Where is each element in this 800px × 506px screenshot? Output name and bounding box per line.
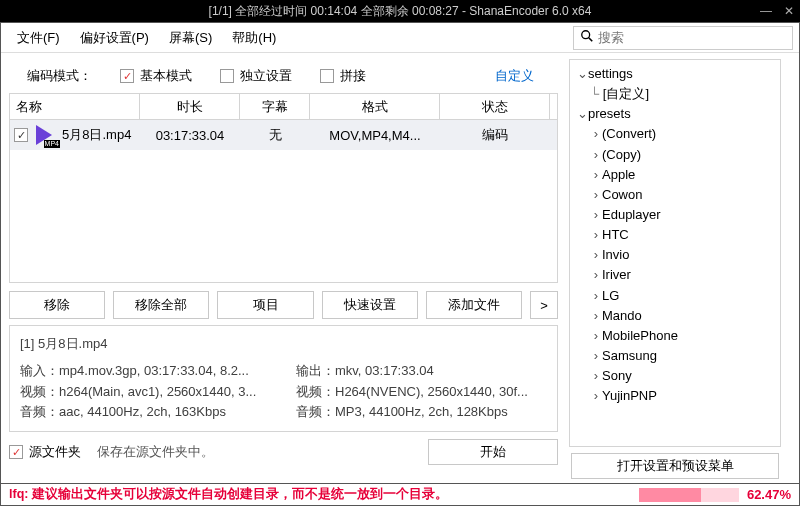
th-status[interactable]: 状态 (440, 94, 550, 119)
out-vid: H264(NVENC), 2560x1440, 30f... (335, 384, 528, 399)
caret-right-icon: › (590, 326, 602, 346)
mode-concat-check[interactable]: 拼接 (320, 67, 366, 85)
checkbox-icon (220, 69, 234, 83)
statusbar: lfq: 建议输出文件夹可以按源文件自动创建目录，而不是统一放到一个目录。 62… (0, 484, 800, 506)
caret-right-icon: › (590, 185, 602, 205)
row-name: 5月8日.mp4 (62, 126, 131, 144)
preset-item[interactable]: ›(Convert) (576, 124, 774, 144)
tree-settings[interactable]: ⌄settings (576, 64, 774, 84)
tree-presets[interactable]: ⌄presets (576, 104, 774, 124)
titlebar: [1/1] 全部经过时间 00:14:04 全部剩余 00:08:27 - Sh… (0, 0, 800, 22)
start-button[interactable]: 开始 (428, 439, 558, 465)
check-icon: ✓ (9, 445, 23, 459)
close-icon[interactable]: ✕ (784, 4, 794, 18)
out-fmt: mkv, 03:17:33.04 (335, 363, 434, 378)
mode-basic-check[interactable]: ✓ 基本模式 (120, 67, 192, 85)
preset-item[interactable]: ›YujinPNP (576, 386, 774, 406)
arrow-button[interactable]: > (530, 291, 558, 319)
preset-item[interactable]: ›Iriver (576, 265, 774, 285)
quickset-button[interactable]: 快速设置 (322, 291, 418, 319)
menu-screen[interactable]: 屏幕(S) (159, 25, 222, 51)
mode-indep-label: 独立设置 (240, 67, 292, 85)
progress-percent: 62.47% (747, 487, 791, 502)
preset-item[interactable]: ›LG (576, 286, 774, 306)
check-icon: ✓ (120, 69, 134, 83)
addfile-button[interactable]: 添加文件 (426, 291, 522, 319)
preset-item[interactable]: ›Apple (576, 165, 774, 185)
preset-item[interactable]: ›Eduplayer (576, 205, 774, 225)
out-label: 输出： (296, 363, 335, 378)
table-row[interactable]: ✓ MP4 5月8日.mp4 03:17:33.04 无 MOV,MP4,M4.… (10, 120, 557, 150)
caret-down-icon: ⌄ (576, 104, 588, 124)
caret-right-icon: › (590, 205, 602, 225)
project-button[interactable]: 项目 (217, 291, 313, 319)
out-aud-l: 音频： (296, 404, 335, 419)
menu-pref[interactable]: 偏好设置(P) (70, 25, 159, 51)
remove-all-button[interactable]: 移除全部 (113, 291, 209, 319)
search-icon (580, 29, 594, 46)
preset-item[interactable]: ›Sony (576, 366, 774, 386)
info-panel: [1] 5月8日.mp4 输入：mp4.mov.3gp, 03:17:33.04… (9, 325, 558, 432)
svg-point-0 (582, 31, 590, 39)
remove-button[interactable]: 移除 (9, 291, 105, 319)
src-folder-label: 源文件夹 (29, 443, 81, 461)
search-input[interactable] (598, 30, 768, 45)
row-format: MOV,MP4,M4... (310, 120, 440, 150)
save-path-text: 保存在源文件夹中。 (97, 443, 214, 461)
row-subtitle: 无 (240, 120, 310, 150)
preset-item[interactable]: ›(Copy) (576, 145, 774, 165)
svg-line-1 (589, 38, 593, 42)
minimize-icon[interactable]: — (760, 4, 772, 18)
caret-right-icon: › (590, 165, 602, 185)
th-duration[interactable]: 时长 (140, 94, 240, 119)
caret-right-icon: › (590, 386, 602, 406)
mode-concat-label: 拼接 (340, 67, 366, 85)
src-folder-check[interactable]: ✓ 源文件夹 (9, 443, 81, 461)
customize-link[interactable]: 自定义 (495, 67, 558, 85)
menubar: 文件(F) 偏好设置(P) 屏幕(S) 帮助(H) (1, 23, 799, 53)
caret-right-icon: › (590, 225, 602, 245)
mode-label: 编码模式： (27, 67, 92, 85)
preset-tree[interactable]: ⌄settings └ [自定义] ⌄presets ›(Convert)›(C… (569, 59, 781, 447)
preset-item[interactable]: ›Invio (576, 245, 774, 265)
caret-right-icon: › (590, 145, 602, 165)
in-vid: h264(Main, avc1), 2560x1440, 3... (59, 384, 256, 399)
mode-independent-check[interactable]: 独立设置 (220, 67, 292, 85)
mode-basic-label: 基本模式 (140, 67, 192, 85)
caret-right-icon: › (590, 265, 602, 285)
caret-down-icon: ⌄ (576, 64, 588, 84)
open-presets-button[interactable]: 打开设置和预设菜单 (571, 453, 779, 479)
in-label: 输入： (20, 363, 59, 378)
caret-right-icon: › (590, 124, 602, 144)
in-aud-l: 音频： (20, 404, 59, 419)
info-title: [1] 5月8日.mp4 (20, 334, 547, 355)
in-fmt: mp4.mov.3gp, 03:17:33.04, 8.2... (59, 363, 249, 378)
th-format[interactable]: 格式 (310, 94, 440, 119)
progress-bar (639, 488, 739, 502)
caret-right-icon: › (590, 245, 602, 265)
in-vid-l: 视频： (20, 384, 59, 399)
menu-help[interactable]: 帮助(H) (222, 25, 286, 51)
preset-item[interactable]: ›Samsung (576, 346, 774, 366)
tree-custom[interactable]: └ [自定义] (576, 84, 774, 104)
preset-item[interactable]: ›MobilePhone (576, 326, 774, 346)
preset-item[interactable]: ›Cowon (576, 185, 774, 205)
caret-right-icon: › (590, 306, 602, 326)
menu-file[interactable]: 文件(F) (7, 25, 70, 51)
in-aud: aac, 44100Hz, 2ch, 163Kbps (59, 404, 226, 419)
title-text: [1/1] 全部经过时间 00:14:04 全部剩余 00:08:27 - Sh… (0, 3, 800, 20)
video-file-icon: MP4 (32, 124, 58, 146)
caret-right-icon: › (590, 346, 602, 366)
search-box[interactable] (573, 26, 793, 50)
window-controls: — ✕ (760, 4, 794, 18)
status-message: lfq: 建议输出文件夹可以按源文件自动创建目录，而不是统一放到一个目录。 (9, 486, 448, 503)
caret-right-icon: › (590, 286, 602, 306)
row-status: 编码 (440, 120, 550, 150)
th-name[interactable]: 名称 (10, 94, 140, 119)
th-subtitle[interactable]: 字幕 (240, 94, 310, 119)
row-check-icon[interactable]: ✓ (14, 128, 28, 142)
preset-item[interactable]: ›Mando (576, 306, 774, 326)
mode-row: 编码模式： ✓ 基本模式 独立设置 拼接 自定义 (9, 59, 558, 93)
out-aud: MP3, 44100Hz, 2ch, 128Kbps (335, 404, 508, 419)
preset-item[interactable]: ›HTC (576, 225, 774, 245)
